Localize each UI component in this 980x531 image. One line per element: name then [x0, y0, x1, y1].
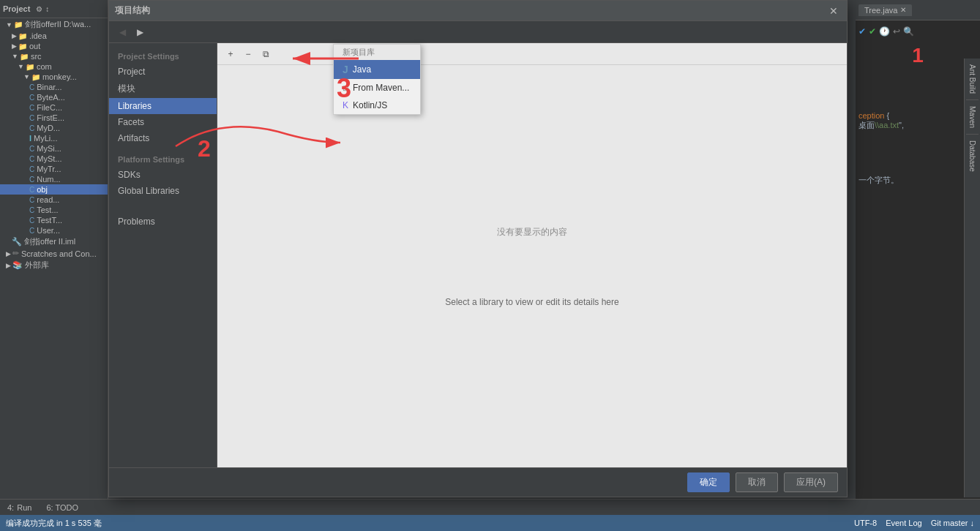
code-tab-tree[interactable]: Tree.java ✕	[859, 4, 912, 16]
tree-filec[interactable]: C FileC...	[0, 102, 108, 113]
nav-sdks[interactable]: SDKs	[109, 167, 217, 183]
code-line-3: 一个字节。	[859, 175, 977, 186]
checkmark-blue-icon[interactable]: ✔	[859, 26, 866, 37]
maven-panel[interactable]: Maven	[966, 100, 979, 135]
project-tree: Project ⚙ ↕ ▼ 📁 剑指offerII D:\wa... ▶ 📁 .…	[0, 0, 108, 531]
java-icon: C	[29, 216, 34, 225]
tree-binar-label: Binar...	[37, 83, 61, 91]
tree-src[interactable]: ▼ 📁 src	[0, 51, 108, 61]
tree-out[interactable]: ▶ 📁 out	[0, 41, 108, 51]
nav-module[interactable]: 模块	[109, 80, 217, 98]
add-library-button[interactable]: +	[223, 47, 238, 61]
event-log-label[interactable]: Event Log	[886, 519, 922, 527]
apply-button[interactable]: 应用(A)	[784, 472, 838, 492]
cancel-button[interactable]: 取消	[736, 472, 778, 492]
tree-firste[interactable]: C FirstE...	[0, 113, 108, 123]
tree-scratches[interactable]: ▶ ✏ Scratches and Con...	[0, 248, 108, 259]
modal-close-button[interactable]: ✕	[826, 4, 841, 18]
java-library-icon: J	[343, 64, 348, 75]
tree-myli-label: MyLi...	[34, 134, 57, 143]
java-icon: C	[29, 176, 34, 184]
com-folder-icon: 📁	[26, 63, 34, 71]
modal-body: Project Settings Project 模块 Libraries Fa…	[109, 43, 847, 467]
code-tab-bar: Tree.java ✕	[856, 0, 980, 20]
undo-icon[interactable]: ↩	[893, 26, 900, 37]
tree-arrow: ▼	[6, 21, 12, 29]
tree-out-label: out	[29, 42, 40, 50]
nav-back-button[interactable]: ◀	[115, 25, 130, 39]
lib-icon: 📚	[12, 260, 23, 270]
tree-bytea-label: ByteA...	[37, 93, 65, 102]
project-settings-icon[interactable]: ⚙	[36, 5, 42, 13]
tree-testt[interactable]: C TestT...	[0, 215, 108, 225]
dropdown-java[interactable]: J Java	[334, 60, 420, 79]
tree-bytea[interactable]: C ByteA...	[0, 92, 108, 102]
project-settings-section: Project Settings	[109, 49, 217, 64]
copy-library-button[interactable]: ⧉	[258, 47, 273, 61]
tree-arrow: ▶	[6, 250, 11, 257]
tree-mytr-label: MyTr...	[37, 165, 61, 173]
tree-user[interactable]: C User...	[0, 225, 108, 236]
status-bar: 编译成功完成 in 1 s 535 毫 UTF-8 Event Log Git …	[0, 515, 980, 531]
tree-arrow: ▼	[23, 73, 30, 80]
dropdown-maven[interactable]: ⊞ From Maven...	[334, 79, 420, 97]
java-icon: C	[29, 104, 34, 112]
nav-forward-button[interactable]: ▶	[132, 25, 147, 39]
nav-artifacts[interactable]: Artifacts	[109, 130, 217, 146]
tree-root[interactable]: ▼ 📁 剑指offerII D:\wa...	[0, 18, 108, 31]
search-icon[interactable]: 🔍	[903, 26, 914, 37]
modal-left-nav: Project Settings Project 模块 Libraries Fa…	[109, 43, 217, 467]
nav-project[interactable]: Project	[109, 64, 217, 80]
database-panel[interactable]: Database	[966, 135, 979, 178]
tree-myd[interactable]: C MyD...	[0, 123, 108, 133]
right-panels: Ant Build Maven Database	[964, 59, 980, 497]
tree-idea[interactable]: ▶ 📁 .idea	[0, 31, 108, 41]
modal-footer: 确定 取消 应用(A)	[109, 467, 847, 497]
tree-mysi[interactable]: C MySi...	[0, 143, 108, 154]
root-folder-icon: 📁	[14, 20, 23, 29]
project-expand-icon[interactable]: ↕	[45, 5, 49, 13]
nav-problems[interactable]: Problems	[109, 214, 217, 230]
tree-test[interactable]: C Test...	[0, 205, 108, 215]
tree-arrow: ▼	[18, 63, 24, 70]
tree-testt-label: TestT...	[37, 216, 62, 225]
tree-myst[interactable]: C MySt...	[0, 154, 108, 164]
tree-monkey[interactable]: ▼ 📁 monkey...	[0, 72, 108, 82]
dropdown-kotlin-label: Kotlin/JS	[353, 100, 387, 110]
tree-myli[interactable]: I MyLi...	[0, 133, 108, 143]
checkmark-green-icon[interactable]: ✔	[869, 26, 876, 37]
tree-num[interactable]: C Num...	[0, 174, 108, 184]
nav-libraries[interactable]: Libraries	[109, 98, 217, 114]
tree-iml[interactable]: 🔧 剑指offer II.iml	[0, 236, 108, 248]
nav-facets[interactable]: Facets	[109, 114, 217, 130]
run-tab[interactable]: 4: 4: Run Run	[0, 502, 39, 513]
dropdown-kotlin[interactable]: K Kotlin/JS	[334, 97, 420, 114]
history-icon[interactable]: 🕐	[879, 26, 890, 37]
tree-binar[interactable]: C Binar...	[0, 82, 108, 92]
todo-tab[interactable]: 6: TODO	[39, 502, 86, 513]
nav-global-libraries[interactable]: Global Libraries	[109, 183, 217, 199]
tree-arrow: ▶	[12, 32, 17, 39]
dropdown-section-header: 新项目库	[334, 45, 420, 60]
content-toolbar: + − ⧉	[217, 43, 847, 65]
modal-titlebar: 项目结构 ✕	[109, 1, 847, 21]
code-content: ✔ ✔ 🕐 ↩ 🔍 1 ception { 桌面\\aa.txt", 一个字节。	[856, 20, 980, 508]
tree-com-label: com	[37, 62, 52, 71]
tree-com[interactable]: ▼ 📁 com	[0, 61, 108, 72]
monkey-folder-icon: 📁	[31, 73, 40, 81]
select-hint: Select a library to view or edit its det…	[445, 297, 618, 307]
tree-mytr[interactable]: C MyTr...	[0, 164, 108, 174]
tab-close-icon[interactable]: ✕	[900, 6, 906, 14]
tree-arrow: ▶	[12, 42, 17, 50]
ok-button[interactable]: 确定	[687, 472, 730, 492]
tree-obj[interactable]: C obj	[0, 184, 108, 195]
git-label[interactable]: Git master ↓	[931, 519, 974, 527]
tree-idea-label: .idea	[29, 31, 47, 40]
java-icon: C	[29, 227, 34, 235]
tree-ext-libs-label: 外部库	[25, 260, 49, 271]
tree-arrow: ▼	[12, 53, 18, 60]
tree-read[interactable]: C read...	[0, 195, 108, 205]
tree-external-libs[interactable]: ▶ 📚 外部库	[0, 259, 108, 271]
remove-library-button[interactable]: −	[241, 47, 255, 61]
ant-build-panel[interactable]: Ant Build	[966, 59, 979, 100]
